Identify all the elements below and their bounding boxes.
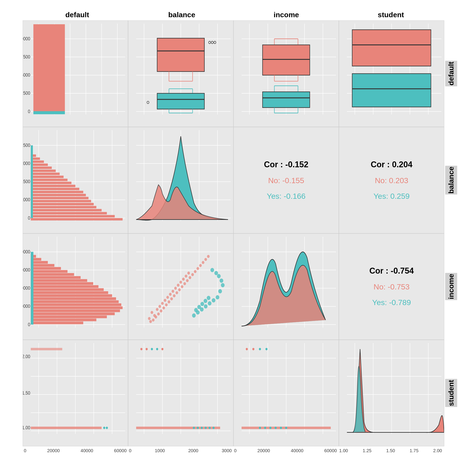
col-header-student: student	[339, 9, 443, 20]
svg-rect-168	[31, 276, 81, 279]
col-header-default: default	[25, 9, 129, 20]
svg-text:1.00: 1.00	[23, 425, 30, 430]
svg-point-300	[156, 348, 158, 350]
svg-point-200	[166, 296, 169, 299]
svg-rect-154	[31, 319, 96, 321]
svg-point-291	[193, 426, 195, 429]
svg-rect-170	[31, 270, 68, 273]
grid-rows: 0 2500 5000 7500 10000	[23, 20, 444, 446]
cell-default-balance	[128, 20, 234, 127]
x-axis-area: 0 20000 40000 60000 0 1000 2000 3000 0 2…	[23, 448, 458, 453]
svg-point-207	[185, 274, 187, 277]
svg-rect-160	[31, 300, 119, 303]
svg-rect-104	[31, 215, 115, 217]
svg-text:2.00: 2.00	[23, 354, 30, 359]
svg-point-315	[264, 426, 266, 429]
x-axis-income: 0 20000 40000 60000	[233, 448, 338, 453]
svg-point-293	[201, 426, 203, 429]
svg-rect-163	[31, 291, 108, 294]
svg-point-214	[162, 306, 165, 309]
svg-point-292	[197, 426, 199, 429]
svg-text:1500: 1500	[23, 179, 30, 184]
svg-rect-103	[31, 218, 123, 221]
svg-rect-108	[31, 203, 94, 205]
svg-rect-157	[31, 309, 120, 312]
svg-rect-118	[31, 172, 60, 175]
cor-income-student-no: No: -0.753	[374, 282, 409, 291]
svg-point-202	[171, 290, 174, 293]
svg-rect-155	[31, 315, 107, 318]
svg-point-241	[220, 278, 223, 283]
svg-point-196	[156, 308, 159, 311]
svg-point-232	[192, 313, 196, 318]
svg-rect-72	[262, 92, 310, 107]
svg-point-223	[186, 279, 189, 282]
svg-point-242	[217, 274, 221, 278]
cell-default-student	[339, 20, 444, 127]
svg-rect-109	[31, 200, 91, 202]
svg-point-246	[197, 305, 201, 309]
svg-point-238	[216, 295, 219, 299]
svg-point-199	[164, 299, 166, 302]
cell-student-student	[339, 340, 444, 446]
svg-rect-44	[157, 93, 204, 109]
svg-rect-115	[31, 182, 71, 184]
svg-point-193	[148, 317, 151, 320]
svg-point-314	[259, 426, 261, 429]
svg-point-203	[174, 287, 177, 289]
x-axis-default: 0 20000 40000 60000	[23, 448, 128, 453]
svg-text:0: 0	[28, 109, 30, 114]
svg-point-245	[194, 308, 198, 312]
svg-point-240	[221, 283, 225, 287]
svg-text:60000: 60000	[23, 249, 30, 254]
cell-income-income	[234, 234, 339, 340]
svg-point-294	[205, 426, 207, 429]
row-default: 0 2500 5000 7500 10000	[23, 20, 444, 127]
svg-rect-116	[31, 179, 68, 181]
svg-point-249	[207, 296, 210, 300]
svg-rect-159	[31, 303, 121, 306]
svg-point-301	[161, 348, 163, 350]
svg-point-323	[265, 348, 268, 350]
svg-text:5000: 5000	[23, 72, 30, 78]
svg-point-209	[149, 320, 152, 323]
svg-point-297	[140, 348, 142, 350]
svg-point-213	[160, 309, 163, 312]
svg-point-211	[154, 315, 157, 318]
svg-text:2500: 2500	[23, 90, 30, 96]
cor-balance-student-yes: Yes: 0.259	[374, 192, 409, 201]
svg-rect-110	[31, 197, 89, 199]
svg-rect-169	[31, 273, 74, 276]
svg-text:0: 0	[28, 215, 30, 221]
col-header-balance: balance	[129, 9, 234, 20]
svg-point-204	[177, 284, 180, 287]
svg-rect-120	[31, 166, 52, 169]
svg-point-248	[204, 299, 207, 303]
svg-rect-88	[352, 30, 431, 66]
svg-point-296	[213, 426, 215, 429]
cell-income-student: Cor : -0.754 No: -0.753 Yes: -0.789	[339, 234, 444, 340]
svg-point-299	[151, 348, 153, 350]
svg-text:20000: 20000	[23, 304, 30, 309]
cell-balance-income: Cor : -0.152 No: -0.155 Yes: -0.166	[234, 127, 339, 234]
chart-container: default balance income student	[0, 0, 476, 476]
cell-balance-balance	[128, 127, 234, 234]
cor-balance-income-yes: Yes: -0.166	[267, 192, 306, 201]
svg-rect-33	[157, 38, 204, 72]
grid-area: 0 2500 5000 7500 10000	[23, 20, 458, 446]
svg-rect-106	[31, 209, 102, 211]
svg-point-225	[191, 273, 194, 276]
svg-rect-105	[31, 212, 107, 214]
svg-rect-12	[33, 24, 65, 112]
svg-rect-172	[31, 264, 54, 267]
svg-text:7500: 7500	[23, 54, 30, 60]
svg-rect-156	[31, 312, 115, 315]
cor-balance-student-main: Cor : 0.204	[371, 160, 412, 169]
svg-point-273	[103, 426, 105, 429]
cor-balance-income-main: Cor : -0.152	[264, 160, 308, 169]
svg-point-244	[210, 268, 214, 272]
svg-rect-164	[31, 288, 104, 291]
svg-point-222	[183, 282, 186, 285]
svg-point-228	[199, 264, 202, 267]
svg-rect-114	[31, 185, 75, 187]
